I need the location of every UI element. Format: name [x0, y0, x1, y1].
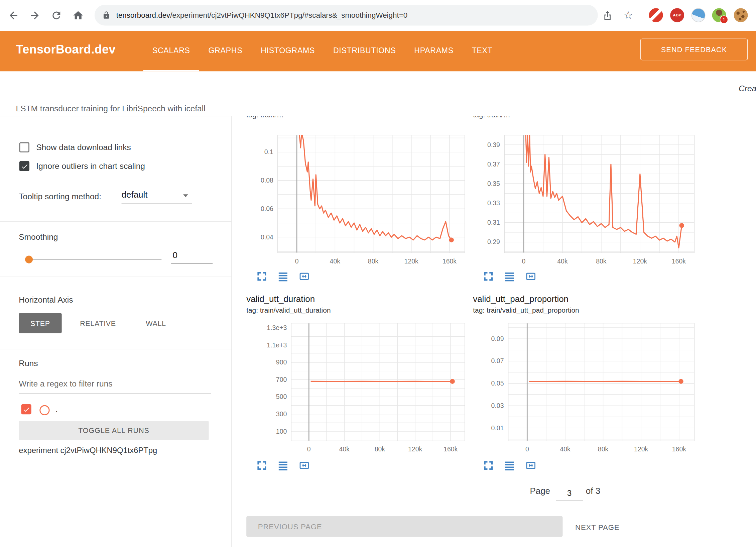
svg-text:0.06: 0.06	[261, 205, 273, 212]
svg-text:40k: 40k	[560, 445, 571, 453]
back-icon[interactable]	[4, 6, 23, 25]
svg-text:300: 300	[276, 410, 287, 418]
svg-text:1.3e+3: 1.3e+3	[267, 324, 287, 331]
tab-distributions[interactable]: DISTRIBUTIONS	[324, 31, 405, 71]
url-bar[interactable]: tensorboard.dev/experiment/cj2vtPiwQHKN9…	[95, 5, 598, 25]
extension-globe-icon[interactable]	[691, 8, 706, 22]
divider	[0, 349, 232, 349]
toggle-all-runs-button[interactable]: TOGGLE ALL RUNS	[19, 421, 209, 440]
chart-bottom-left: 1003005007009001.1e+31.3e+3040k80k120k16…	[244, 322, 467, 456]
page: tensorboard.dev/experiment/cj2vtPiwQHKN9…	[0, 0, 756, 547]
smoothing-slider-track[interactable]	[25, 259, 161, 260]
run-list-icon[interactable]	[277, 270, 289, 283]
svg-text:160k: 160k	[443, 257, 457, 265]
send-feedback-button[interactable]: SEND FEEDBACK	[640, 38, 748, 60]
clipped-right-text: Crea	[739, 84, 756, 94]
fit-domain-icon[interactable]	[298, 459, 311, 472]
svg-text:120k: 120k	[408, 445, 422, 453]
lock-icon	[102, 11, 111, 19]
svg-text:100: 100	[276, 428, 287, 435]
svg-text:500: 500	[276, 393, 287, 400]
ignore-outliers-checkbox[interactable]	[19, 161, 29, 171]
fit-domain-icon[interactable]	[525, 270, 537, 283]
smoothing-value-input[interactable]	[171, 250, 213, 264]
brand-logo[interactable]: TensorBoard.dev	[16, 42, 116, 57]
smoothing-label: Smoothing	[19, 232, 58, 242]
chart-toolbar	[482, 270, 537, 283]
tooltip-sorting-select[interactable]: default	[122, 190, 192, 204]
tab-graphs[interactable]: GRAPHS	[199, 31, 252, 71]
run-checkbox[interactable]	[21, 404, 31, 414]
bookmark-star-icon[interactable]: ☆	[619, 6, 637, 25]
expand-chart-icon[interactable]	[482, 459, 495, 472]
svg-text:0.03: 0.03	[491, 402, 504, 409]
notification-badge: 1	[720, 15, 728, 24]
ignore-outliers-label: Ignore outliers in chart scaling	[36, 161, 145, 171]
axis-relative-button[interactable]: RELATIVE	[69, 313, 128, 333]
subheader: Crea LSTM transducer training for LibriS…	[0, 72, 756, 116]
chart-bottom-right: 0.010.030.050.070.09040k80k120k160k	[474, 322, 696, 456]
chart-tag-clipped: tag: train/…	[473, 116, 510, 119]
svg-text:160k: 160k	[444, 445, 458, 453]
run-list-icon[interactable]	[277, 459, 289, 472]
svg-text:40k: 40k	[330, 257, 341, 265]
axis-wall-button[interactable]: WALL	[134, 313, 178, 333]
svg-text:0.37: 0.37	[487, 160, 500, 168]
next-page-button[interactable]: NEXT PAGE	[572, 520, 622, 535]
run-list-icon[interactable]	[503, 270, 516, 283]
svg-text:0: 0	[295, 257, 299, 265]
experiment-id-text: experiment cj2vtPiwQHKN9Q1tx6PTpg	[19, 446, 157, 455]
runs-filter-input[interactable]	[19, 379, 211, 394]
chart-top-right: 0.290.310.330.350.370.39040k80k120k160k	[474, 134, 696, 268]
top-nav: SCALARS GRAPHS HISTOGRAMS DISTRIBUTIONS …	[143, 31, 502, 71]
tab-scalars[interactable]: SCALARS	[143, 31, 199, 71]
runs-label: Runs	[19, 359, 38, 368]
svg-text:1.1e+3: 1.1e+3	[267, 341, 287, 349]
svg-text:0.29: 0.29	[487, 238, 500, 245]
forward-icon[interactable]	[25, 6, 44, 25]
svg-text:0.33: 0.33	[487, 199, 500, 207]
run-list-icon[interactable]	[503, 459, 516, 472]
svg-text:0.09: 0.09	[491, 335, 504, 342]
previous-page-button[interactable]: PREVIOUS PAGE	[246, 516, 562, 537]
svg-text:160k: 160k	[672, 257, 686, 265]
profile-avatar[interactable]: 1	[712, 8, 726, 22]
expand-chart-icon[interactable]	[256, 459, 268, 472]
run-name: .	[55, 405, 58, 414]
divider	[0, 276, 232, 276]
expand-chart-icon[interactable]	[256, 270, 268, 283]
svg-text:0: 0	[522, 257, 526, 265]
svg-text:120k: 120k	[633, 257, 647, 265]
axis-step-button[interactable]: STEP	[19, 313, 61, 333]
svg-text:900: 900	[276, 358, 287, 366]
svg-text:0: 0	[307, 445, 311, 453]
smoothing-slider-thumb[interactable]	[25, 256, 33, 263]
tab-histograms[interactable]: HISTOGRAMS	[252, 31, 324, 71]
svg-text:0.01: 0.01	[491, 424, 504, 432]
show-download-checkbox[interactable]	[19, 142, 29, 152]
fit-domain-icon[interactable]	[298, 270, 311, 283]
show-download-label: Show data download links	[36, 143, 131, 152]
expand-chart-icon[interactable]	[482, 270, 495, 283]
svg-text:80k: 80k	[596, 257, 607, 265]
extension-abp-icon[interactable]: ABP	[670, 8, 684, 22]
svg-text:0.04: 0.04	[261, 233, 273, 241]
chart-tag-clipped: tag: train/…	[246, 116, 284, 119]
svg-text:0.35: 0.35	[487, 180, 500, 187]
page-number-input[interactable]	[556, 488, 583, 501]
svg-text:120k: 120k	[404, 257, 418, 265]
tab-hparams[interactable]: HPARAMS	[405, 31, 463, 71]
svg-text:80k: 80k	[368, 257, 379, 265]
share-icon[interactable]	[598, 6, 617, 25]
tab-text[interactable]: TEXT	[463, 31, 502, 71]
tooltip-sorting-value: default	[122, 190, 148, 200]
chart-toolbar	[256, 270, 310, 283]
extension-blocker-icon[interactable]	[649, 8, 663, 22]
page-of-label: of 3	[586, 486, 600, 496]
reload-icon[interactable]	[47, 6, 66, 25]
chart-tag: tag: train/valid_utt_pad_proportion	[473, 306, 579, 314]
home-icon[interactable]	[69, 6, 87, 25]
horizontal-axis-toggle: STEP RELATIVE WALL	[19, 313, 177, 333]
cookie-icon[interactable]	[734, 8, 748, 22]
fit-domain-icon[interactable]	[525, 459, 537, 472]
